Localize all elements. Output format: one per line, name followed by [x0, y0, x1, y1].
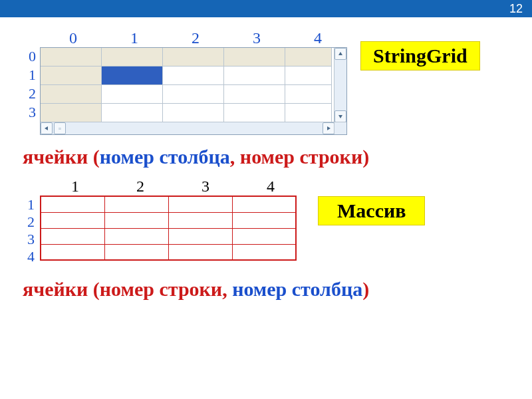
array-table: [40, 196, 297, 261]
title-bar: 12: [0, 0, 532, 17]
cell: [168, 212, 232, 228]
array-col-headers: 1 2 3 4: [43, 178, 303, 196]
col-header: 4: [287, 29, 348, 47]
row-header: 0: [23, 49, 40, 67]
formula-paren: ): [362, 278, 369, 300]
formula-row: номер строки: [240, 146, 362, 168]
cell: [168, 228, 232, 244]
cell: [232, 244, 296, 260]
cell[interactable]: [102, 104, 163, 122]
fixed-cell[interactable]: [41, 66, 102, 85]
cell: [168, 244, 232, 260]
stringgrid-wrap: 0 1 2 3 4 0 1 2 3: [23, 29, 348, 135]
fixed-cell[interactable]: [285, 48, 332, 66]
row-header: 1: [23, 67, 40, 86]
horizontal-scrollbar[interactable]: ≡: [41, 122, 334, 134]
formula-row: номер строки: [100, 278, 222, 300]
cell: [104, 196, 168, 212]
cell: [41, 212, 104, 228]
cell: [232, 196, 296, 212]
cell[interactable]: [163, 66, 224, 85]
fixed-cell[interactable]: [41, 85, 102, 104]
cell: [41, 196, 104, 212]
row-header: 4: [23, 249, 40, 266]
stringgrid-row-headers: 0 1 2 3: [23, 49, 40, 123]
formula-array: ячейки (номер строки, номер столбца): [23, 278, 509, 301]
table-row: [41, 212, 296, 228]
scroll-left-icon[interactable]: [41, 122, 53, 134]
row-header: 3: [23, 231, 40, 249]
col-header: 3: [226, 29, 287, 47]
cell[interactable]: [224, 66, 285, 85]
col-header: 2: [108, 178, 173, 196]
grid-row: [41, 66, 334, 85]
cell[interactable]: [163, 85, 224, 104]
fixed-cell[interactable]: [163, 48, 224, 66]
array-block: 1 2 3 4 1 2 3 4 Массив: [23, 178, 509, 266]
selected-cell[interactable]: [102, 66, 163, 85]
cell[interactable]: [285, 104, 332, 122]
cell: [168, 196, 232, 212]
formula-word: ячейки: [23, 146, 88, 168]
formula-word: ячейки: [23, 278, 88, 300]
cell[interactable]: [285, 66, 332, 85]
col-header: 0: [43, 29, 104, 47]
formula-paren: (: [88, 278, 100, 300]
formula-paren: ): [362, 146, 369, 168]
col-header: 4: [238, 178, 303, 196]
scrollbar-corner: [334, 122, 346, 134]
fixed-cell[interactable]: [41, 104, 102, 122]
scroll-up-icon[interactable]: [334, 48, 346, 60]
cell: [41, 228, 104, 244]
col-header: 3: [173, 178, 238, 196]
scroll-thumb[interactable]: ≡: [54, 122, 66, 134]
cell[interactable]: [285, 85, 332, 104]
array-label: Массив: [318, 196, 425, 225]
fixed-cell[interactable]: [41, 48, 102, 66]
row-header: 3: [23, 104, 40, 123]
cell: [232, 212, 296, 228]
row-header: 1: [23, 197, 40, 214]
formula-comma: ,: [230, 146, 240, 168]
grid-row: [41, 104, 334, 122]
table-row: [41, 196, 296, 212]
formula-comma: ,: [222, 278, 232, 300]
page-number: 12: [509, 2, 523, 16]
array-main: 1 2 3 4: [23, 196, 303, 266]
formula-stringgrid: ячейки (номер столбца, номер строки): [23, 146, 509, 168]
vertical-scrollbar[interactable]: [334, 48, 346, 122]
fixed-cell[interactable]: [224, 48, 285, 66]
col-header: 1: [43, 178, 108, 196]
formula-col: номер столбца: [100, 146, 230, 168]
scroll-right-icon[interactable]: [323, 122, 334, 134]
row-header: 2: [23, 86, 40, 104]
array-row-headers: 1 2 3 4: [23, 197, 40, 266]
stringgrid-col-headers: 0 1 2 3 4: [43, 29, 348, 47]
stringgrid-block: 0 1 2 3 4 0 1 2 3: [23, 29, 509, 135]
cell[interactable]: [102, 85, 163, 104]
stringgrid-control[interactable]: ≡: [40, 47, 347, 135]
grid-row: [41, 48, 334, 66]
formula-paren: (: [88, 146, 100, 168]
cell[interactable]: [224, 85, 285, 104]
stringgrid-main: 0 1 2 3: [23, 47, 348, 135]
table-row: [41, 244, 296, 260]
col-header: 1: [104, 29, 165, 47]
cell: [104, 244, 168, 260]
cell: [104, 212, 168, 228]
cell: [41, 244, 104, 260]
grid-row: [41, 85, 334, 104]
cell[interactable]: [224, 104, 285, 122]
table-row: [41, 228, 296, 244]
scroll-down-icon[interactable]: [334, 110, 346, 122]
slide-content: 0 1 2 3 4 0 1 2 3: [0, 17, 532, 301]
cell: [104, 228, 168, 244]
col-header: 2: [165, 29, 226, 47]
cell: [232, 228, 296, 244]
fixed-cell[interactable]: [102, 48, 163, 66]
stringgrid-label: StringGrid: [360, 41, 480, 70]
array-wrap: 1 2 3 4 1 2 3 4: [23, 178, 303, 266]
row-header: 2: [23, 214, 40, 231]
formula-col: номер столбца: [232, 278, 362, 300]
cell[interactable]: [163, 104, 224, 122]
